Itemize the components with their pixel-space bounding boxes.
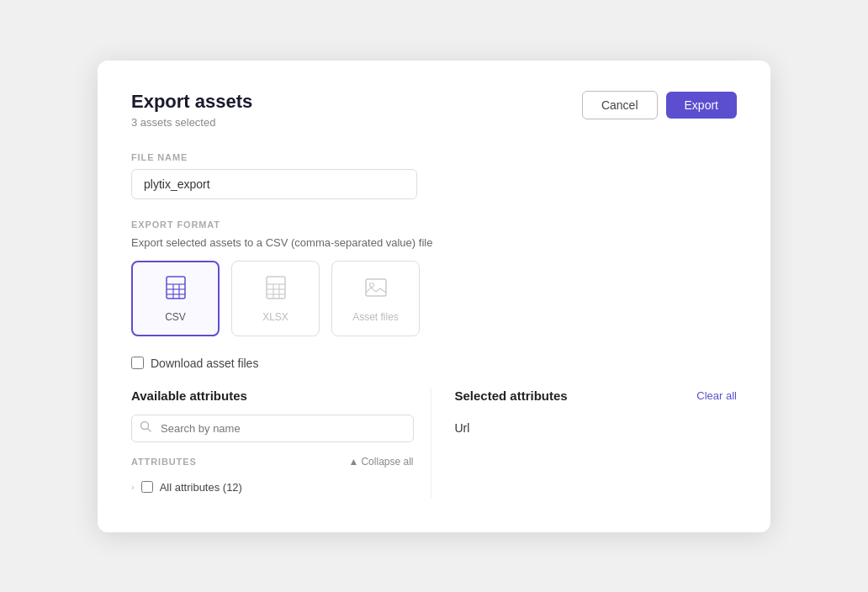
- download-checkbox[interactable]: [131, 357, 144, 369]
- export-format-description: Export selected assets to a CSV (comma-s…: [131, 236, 737, 249]
- format-card-xlsx-label: XLSX: [262, 311, 288, 323]
- clear-all-button[interactable]: Clear all: [696, 389, 737, 402]
- collapse-chevron-icon: ▲: [349, 456, 359, 468]
- file-name-input[interactable]: [131, 169, 417, 199]
- download-label: Download asset files: [151, 357, 258, 370]
- xlsx-icon: [262, 274, 289, 304]
- search-box: [131, 415, 414, 442]
- modal-subtitle: 3 assets selected: [131, 116, 252, 129]
- modal-header: Export assets 3 assets selected Cancel E…: [131, 91, 737, 129]
- export-format-section: EXPORT FORMAT Export selected assets to …: [131, 219, 737, 336]
- collapse-all-label: Collapse all: [361, 456, 413, 468]
- modal-title-area: Export assets 3 assets selected: [131, 91, 252, 129]
- format-card-csv-label: CSV: [165, 311, 186, 323]
- selected-panel: Selected attributes Clear all Url: [431, 388, 738, 499]
- svg-rect-6: [267, 277, 285, 299]
- selected-url-item: Url: [455, 415, 738, 435]
- export-button[interactable]: Export: [666, 92, 737, 119]
- attributes-section: Available attributes ATTRIBUTES ▲ Collap…: [131, 388, 737, 499]
- attributes-subheader: ATTRIBUTES ▲ Collapse all: [131, 456, 414, 468]
- download-checkbox-row: Download asset files: [131, 357, 737, 370]
- svg-rect-12: [366, 279, 386, 296]
- svg-rect-0: [167, 277, 185, 299]
- format-card-asset-files[interactable]: Asset files: [331, 261, 420, 336]
- selected-panel-title: Selected attributes: [455, 388, 568, 403]
- svg-point-13: [369, 283, 373, 287]
- asset-files-icon: [363, 274, 389, 304]
- format-card-csv[interactable]: CSV: [131, 261, 220, 336]
- format-card-asset-files-label: Asset files: [352, 311, 399, 323]
- modal-title: Export assets: [131, 91, 252, 113]
- format-card-xlsx[interactable]: XLSX: [231, 261, 320, 336]
- csv-icon: [162, 274, 189, 304]
- available-panel-title: Available attributes: [131, 388, 247, 403]
- available-panel: Available attributes ATTRIBUTES ▲ Collap…: [131, 388, 431, 499]
- export-format-label: EXPORT FORMAT: [131, 219, 737, 230]
- cancel-button[interactable]: Cancel: [582, 91, 658, 119]
- header-actions: Cancel Export: [582, 91, 737, 119]
- attribute-group-row: › All attributes (12): [131, 476, 414, 499]
- expand-chevron-icon: ›: [131, 482, 135, 492]
- all-attributes-checkbox[interactable]: [141, 481, 153, 493]
- selected-panel-header: Selected attributes Clear all: [455, 388, 738, 403]
- file-name-label: FILE NAME: [131, 152, 737, 162]
- export-modal: Export assets 3 assets selected Cancel E…: [98, 61, 770, 532]
- file-name-section: FILE NAME: [131, 152, 737, 199]
- search-input[interactable]: [131, 415, 414, 442]
- attributes-sublabel: ATTRIBUTES: [131, 457, 197, 467]
- available-panel-header: Available attributes: [131, 388, 414, 403]
- collapse-all-button[interactable]: ▲ Collapse all: [349, 456, 414, 468]
- format-cards: CSV XLSX: [131, 261, 737, 336]
- all-attributes-label: All attributes (12): [160, 481, 242, 494]
